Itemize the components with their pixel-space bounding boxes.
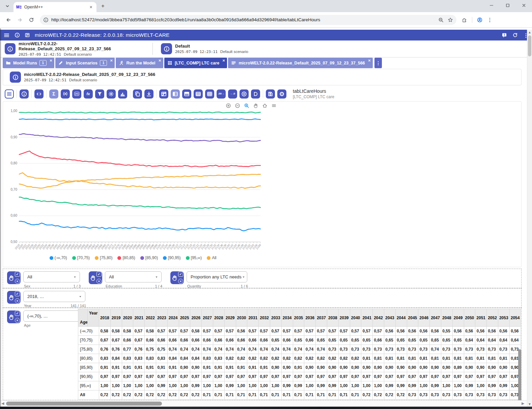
drag-handle[interactable]: ✓	[7, 271, 21, 284]
reload-button[interactable]	[26, 15, 36, 25]
page-scrollbar-thumb[interactable]	[528, 35, 531, 56]
chart-menu-icon[interactable]	[271, 103, 277, 108]
quantity-select[interactable]: Proportion any LTC needs	[187, 271, 247, 282]
drag-handle[interactable]: ✓	[7, 310, 21, 323]
tab-close-icon[interactable]: ✕	[50, 59, 52, 62]
filter-button[interactable]	[95, 89, 104, 99]
table-info-button[interactable]	[20, 89, 29, 99]
clear-selection-icon[interactable]	[15, 279, 20, 284]
shape-button[interactable]	[251, 89, 260, 99]
pivot-cell: 0,65	[384, 336, 395, 345]
resize-button[interactable]	[240, 89, 249, 99]
page-scroll-up-icon[interactable]: ▲	[528, 30, 531, 34]
tab-ltc-comp-ltc-care[interactable]: [LTC_COMP] LTC care✕	[164, 58, 227, 68]
chart-toggle-button[interactable]	[118, 89, 127, 99]
legend-item[interactable]: [85,90)	[140, 255, 158, 260]
scroll-right-icon[interactable]: ▶	[522, 401, 524, 406]
page-info-icon[interactable]	[43, 17, 49, 23]
pivot-cell: 0,90	[475, 363, 487, 372]
ltc-care-line-chart[interactable]: 0,500,600,700,800,901,002018202020222024…	[5, 107, 265, 256]
split-panes-button[interactable]	[182, 89, 191, 99]
tab-microwelt-2-0-22-release-default-2025-07-09-12-23-37-566[interactable]: microWELT-2.0.22-Release_Default_2025_07…	[228, 58, 373, 68]
copy-button[interactable]	[133, 89, 142, 99]
browser-tab[interactable]: M‡ OpenM++ ✕	[13, 2, 96, 12]
legend-item[interactable]: [95,∞)	[186, 255, 202, 260]
source-code-button[interactable]	[34, 89, 44, 99]
refresh-icon[interactable]	[512, 32, 518, 38]
bookmark-star-icon[interactable]	[448, 17, 453, 23]
legend-item[interactable]: (-∞,70)	[50, 255, 67, 260]
profile-avatar-icon[interactable]	[477, 17, 482, 23]
legend-item[interactable]: [70,75)	[72, 255, 90, 260]
horizontal-scrollbar[interactable]: ◀ ▶	[0, 400, 527, 407]
legend-item[interactable]: [90,95)	[163, 255, 180, 260]
new-tab-button[interactable]: +	[99, 2, 107, 10]
current-run-card[interactable]: microWELT-2.0.22-Release_Default_2025_07…	[3, 69, 522, 85]
legend-item[interactable]: [80,85)	[117, 255, 135, 260]
window-maximize-button[interactable]	[500, 0, 516, 11]
app-menu-icon[interactable]	[3, 32, 10, 38]
tab-close-icon[interactable]: ✕	[110, 59, 113, 62]
year-select[interactable]: 2018, …	[23, 291, 85, 302]
tab-close-icon[interactable]: ✕	[88, 4, 94, 10]
select-all-checkbox[interactable]: ✓	[15, 311, 20, 316]
back-button[interactable]	[3, 15, 13, 25]
accumulators-view-button[interactable]: (x)	[61, 89, 70, 99]
select-all-checkbox[interactable]: ✓	[15, 272, 20, 277]
tab-search-chevron-icon[interactable]	[3, 2, 11, 10]
scale-button[interactable]	[107, 89, 116, 99]
download-button[interactable]	[144, 89, 153, 99]
select-all-checkbox[interactable]: ✓	[15, 291, 20, 296]
tab-model-runs[interactable]: Model Runs1✕	[3, 58, 54, 68]
tab-input-scenarios[interactable]: Input Scenarios1✕	[55, 58, 115, 68]
tab-run-the-model[interactable]: Run the Model✕	[116, 58, 163, 68]
more-decimals-button[interactable]: .00→	[217, 89, 226, 99]
drag-handle[interactable]: ✓	[7, 291, 21, 304]
model-run-card[interactable]: microWELT-2.0.22-Release_Default_2025_07…	[0, 41, 146, 57]
url-input[interactable]: http://localhost:52472/model/3bbea757dd5…	[40, 15, 456, 25]
hide-table-button[interactable]	[159, 89, 168, 99]
clear-selection-icon[interactable]	[96, 279, 102, 284]
calculated-measure-button[interactable]: fx	[84, 89, 93, 99]
view-settings-button[interactable]	[277, 89, 286, 99]
window-close-button[interactable]	[516, 0, 532, 11]
drag-handle[interactable]: ✓	[170, 271, 184, 284]
forward-button[interactable]	[15, 15, 25, 25]
row-view-button[interactable]	[194, 89, 203, 99]
sex-select[interactable]: All	[23, 271, 80, 282]
scenario-card[interactable]: Default 2025-07-09 12:23:11Default scena…	[156, 43, 248, 54]
tabs-more-button[interactable]: ⋮	[374, 58, 382, 68]
zoom-level-icon[interactable]	[438, 17, 444, 23]
tab-close-icon[interactable]: ✕	[368, 59, 371, 62]
row-headers-button[interactable]	[171, 89, 180, 99]
expressions-view-button[interactable]: Σ	[49, 89, 58, 99]
save-view-button[interactable]	[266, 89, 275, 99]
clear-selection-icon[interactable]	[178, 279, 183, 284]
fewer-decimals-button[interactable]: ←.0	[228, 89, 237, 99]
feedback-icon[interactable]	[502, 32, 507, 38]
app-info-icon[interactable]	[15, 32, 20, 38]
browser-menu-icon[interactable]: ⋮	[487, 17, 493, 23]
drag-handle[interactable]: ✓	[89, 271, 102, 284]
model-doc-icon[interactable]	[25, 32, 30, 38]
grid-view-button[interactable]	[205, 89, 214, 99]
pivot-cell: 0,67	[133, 336, 145, 345]
legend-item[interactable]: All	[207, 255, 216, 260]
window-minimize-button[interactable]	[483, 0, 500, 11]
tab-close-icon[interactable]: ✕	[159, 59, 161, 62]
horizontal-scrollbar-thumb[interactable]	[6, 402, 162, 406]
extensions-icon[interactable]	[462, 17, 467, 23]
page-scroll-down-icon[interactable]: ▼	[528, 402, 531, 406]
education-select[interactable]: All	[105, 271, 162, 282]
all-accumulators-view-button[interactable]: (x)	[72, 89, 81, 99]
scroll-left-icon[interactable]: ◀	[1, 401, 4, 406]
legend-item[interactable]: [75,80)	[95, 255, 112, 260]
age-select[interactable]: (-∞,70), …	[23, 310, 85, 322]
tab-close-icon[interactable]: ✕	[222, 59, 225, 62]
page-scrollbar[interactable]: ▲ ▼	[527, 30, 532, 407]
select-all-checkbox[interactable]: ✓	[178, 272, 183, 277]
clear-selection-icon[interactable]	[15, 298, 20, 303]
select-all-checkbox[interactable]: ✓	[96, 272, 102, 277]
toolbar-menu-button[interactable]	[5, 89, 14, 99]
clear-selection-icon[interactable]	[15, 318, 20, 323]
